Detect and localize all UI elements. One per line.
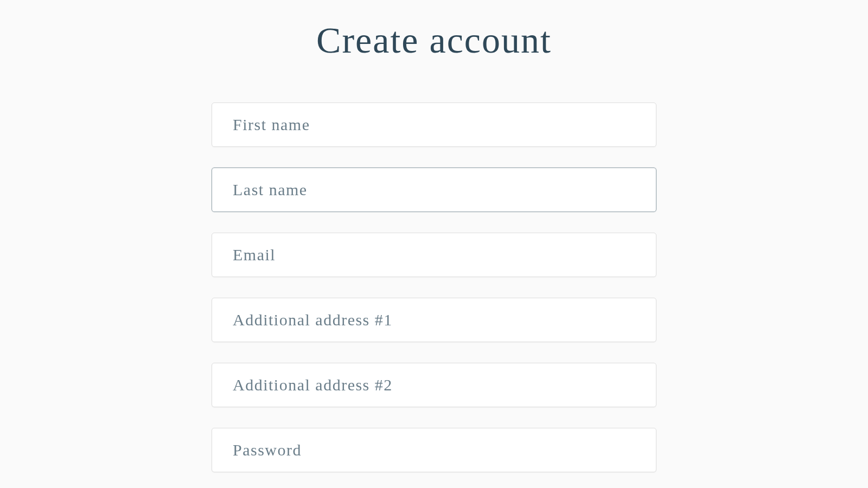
password-field[interactable] xyxy=(212,428,656,472)
additional-address-1-field[interactable] xyxy=(212,298,656,342)
email-field[interactable] xyxy=(212,233,656,277)
last-name-field[interactable] xyxy=(212,168,656,212)
additional-address-2-field[interactable] xyxy=(212,363,656,407)
first-name-field[interactable] xyxy=(212,102,656,147)
page-title: Create account xyxy=(316,19,552,62)
create-account-container: Create account xyxy=(0,0,868,472)
signup-form xyxy=(212,102,656,472)
